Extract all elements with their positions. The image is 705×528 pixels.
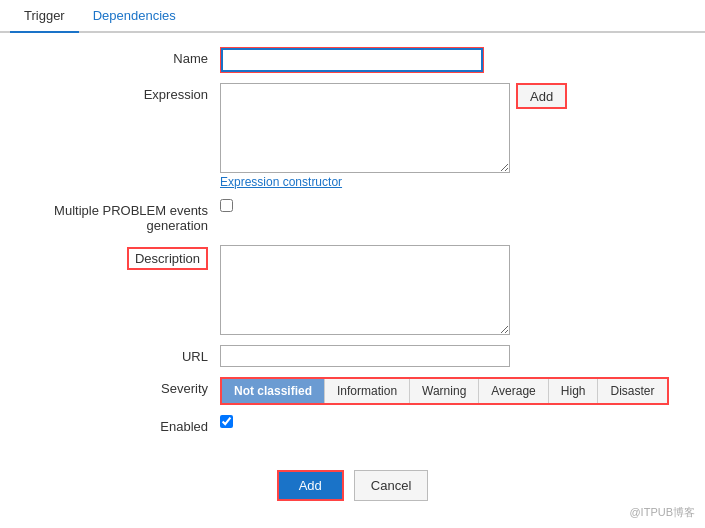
severity-control: Not classified Information Warning Avera…: [220, 377, 685, 405]
form-body: Name Expression Add Expression construct…: [0, 47, 705, 454]
severity-high[interactable]: High: [549, 379, 599, 403]
name-input-box: [220, 47, 484, 73]
severity-buttons: Not classified Information Warning Avera…: [220, 377, 669, 405]
bottom-buttons: Add Cancel: [0, 470, 705, 517]
expression-row: Expression Add Expression constructor: [20, 83, 685, 189]
tab-trigger[interactable]: Trigger: [10, 0, 79, 33]
url-control: [220, 345, 685, 367]
cancel-button[interactable]: Cancel: [354, 470, 428, 501]
enabled-checkbox[interactable]: [220, 415, 233, 428]
expression-wrap: Add: [220, 83, 685, 173]
name-label: Name: [20, 47, 220, 66]
severity-label: Severity: [20, 377, 220, 396]
description-control: [220, 243, 685, 335]
enabled-label: Enabled: [20, 415, 220, 434]
expression-control: Add Expression constructor: [220, 83, 685, 189]
expression-textarea[interactable]: [220, 83, 510, 173]
tab-bar: Trigger Dependencies: [0, 0, 705, 33]
name-control: [220, 47, 685, 73]
description-textarea[interactable]: [220, 245, 510, 335]
multiple-events-label: Multiple PROBLEM events generation: [20, 199, 220, 233]
add-button[interactable]: Add: [277, 470, 344, 501]
severity-information[interactable]: Information: [325, 379, 410, 403]
description-label: Description: [127, 247, 208, 270]
expression-label: Expression: [20, 83, 220, 102]
expression-constructor-link[interactable]: Expression constructor: [220, 175, 342, 189]
name-row: Name: [20, 47, 685, 73]
severity-warning[interactable]: Warning: [410, 379, 479, 403]
url-input[interactable]: [220, 345, 510, 367]
enabled-control: [220, 415, 685, 428]
description-row: Description: [20, 243, 685, 335]
severity-average[interactable]: Average: [479, 379, 548, 403]
url-row: URL: [20, 345, 685, 367]
name-input[interactable]: [222, 49, 482, 71]
multiple-events-checkbox[interactable]: [220, 199, 233, 212]
severity-not-classified[interactable]: Not classified: [222, 379, 325, 403]
severity-disaster[interactable]: Disaster: [598, 379, 666, 403]
severity-row: Severity Not classified Information Warn…: [20, 377, 685, 405]
multiple-events-row: Multiple PROBLEM events generation: [20, 199, 685, 233]
description-label-area: Description: [20, 243, 220, 270]
add-expression-button[interactable]: Add: [516, 83, 567, 109]
multiple-events-control: [220, 199, 685, 212]
enabled-row: Enabled: [20, 415, 685, 434]
watermark: @ITPUB博客: [629, 505, 695, 520]
tab-dependencies[interactable]: Dependencies: [79, 0, 190, 31]
url-label: URL: [20, 345, 220, 364]
